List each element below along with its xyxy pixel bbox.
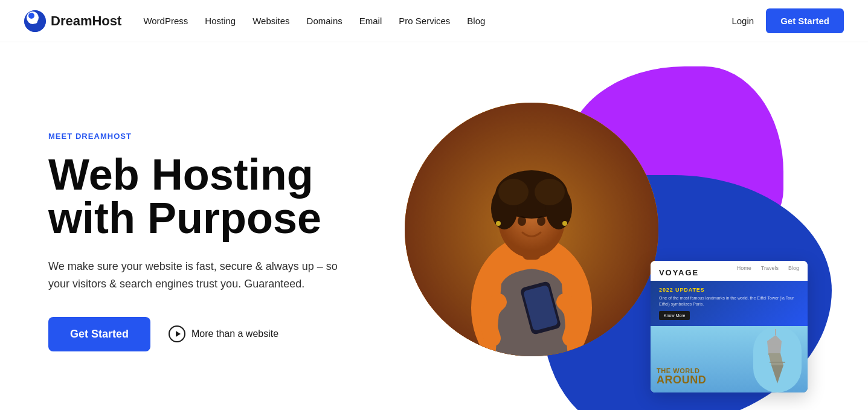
play-icon [169, 325, 185, 342]
hero-title: Web Hosting with Purpose [48, 153, 411, 240]
card-world-text: THE WORLD AROUND [657, 367, 706, 386]
nav-link-domains[interactable]: Domains [307, 16, 342, 26]
svg-point-15 [537, 216, 545, 226]
card-nav-blog: Blog [788, 265, 799, 271]
card-nav: Home Travels Blog [737, 265, 799, 271]
svg-point-14 [518, 216, 526, 226]
card-update-label: 2022 UPDATES [659, 287, 799, 293]
meet-label: MEET DREAMHOST [48, 132, 411, 141]
hero-actions: Get Started More than a website [48, 317, 411, 351]
card-image-area: THE WORLD AROUND [651, 326, 808, 392]
login-link[interactable]: Login [731, 16, 754, 26]
hero-section: MEET DREAMHOST Web Hosting with Purpose … [0, 42, 868, 410]
person-photo-inner [405, 103, 658, 356]
nav-links: WordPress Hosting Websites Domains Email… [143, 16, 485, 26]
nav-link-email[interactable]: Email [359, 16, 382, 26]
navbar: DreamHost WordPress Hosting Websites Dom… [0, 0, 868, 42]
dreamhost-logo-svg [24, 10, 46, 32]
svg-point-0 [24, 10, 46, 32]
card-update-text: One of the most famous landmarks in the … [659, 295, 799, 307]
hero-content: MEET DREAMHOST Web Hosting with Purpose … [48, 132, 411, 351]
hero-image: VOYAGE Home Travels Blog 2022 UPDATES On… [411, 78, 820, 405]
logo-text: DreamHost [51, 13, 121, 29]
nav-link-pro-services[interactable]: Pro Services [399, 16, 450, 26]
svg-point-16 [496, 221, 501, 226]
svg-point-13 [535, 179, 565, 205]
card-banner: 2022 UPDATES One of the most famous land… [651, 281, 808, 326]
card-header: VOYAGE Home Travels Blog [651, 261, 808, 281]
nav-link-blog[interactable]: Blog [467, 16, 485, 26]
logo[interactable]: DreamHost [24, 10, 121, 32]
hero-title-line1: Web Hosting [48, 150, 313, 199]
more-label: More than a website [191, 328, 278, 339]
person-svg [405, 103, 658, 356]
card-know-more: Know More [659, 311, 690, 320]
website-card: VOYAGE Home Travels Blog 2022 UPDATES On… [651, 261, 808, 392]
card-nav-home: Home [737, 265, 751, 271]
svg-point-3 [33, 19, 37, 24]
svg-point-12 [498, 179, 529, 205]
nav-get-started-button[interactable]: Get Started [766, 8, 844, 33]
nav-link-hosting[interactable]: Hosting [205, 16, 236, 26]
svg-point-2 [29, 15, 36, 22]
hero-subtitle: We make sure your website is fast, secur… [48, 258, 338, 293]
nav-link-websites[interactable]: Websites [252, 16, 289, 26]
card-site-name: VOYAGE [659, 268, 699, 277]
svg-point-17 [562, 221, 567, 226]
hero-title-line2: with Purpose [48, 194, 321, 242]
nav-left: DreamHost WordPress Hosting Websites Dom… [24, 10, 485, 32]
hero-get-started-button[interactable]: Get Started [48, 317, 150, 351]
nav-right: Login Get Started [731, 8, 844, 33]
logo-icon [24, 10, 46, 32]
person-photo [405, 103, 658, 356]
card-nav-travels: Travels [761, 265, 779, 271]
more-than-website-link[interactable]: More than a website [169, 325, 278, 342]
card-world-line2: AROUND [657, 374, 706, 386]
nav-link-wordpress[interactable]: WordPress [143, 16, 188, 26]
